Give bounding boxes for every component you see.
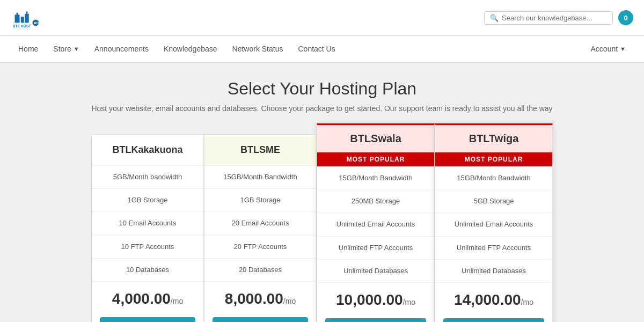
plan-btlswala-title: BTLSwala: [317, 125, 434, 152]
plan-btltwiga-order-button[interactable]: Order Now: [443, 318, 544, 322]
nav-item-knowledgebase[interactable]: Knowledgebase: [156, 36, 225, 62]
plan-btlkakakuona-bandwidth: 5GB/Month bandwidth: [92, 165, 203, 188]
plan-btlkakakuona-price: 4,000.00/mo: [92, 281, 203, 313]
svg-rect-1: [15, 14, 20, 23]
svg-rect-5: [26, 11, 28, 14]
plan-btlsme-bandwidth: 15GB/Month Bandwidth: [204, 165, 316, 188]
svg-rect-3: [21, 17, 24, 23]
plan-btlswala-popular-badge: MOST POPULAR: [317, 152, 434, 166]
plan-btlsme-price: 8,000.00/mo: [204, 281, 316, 313]
nav-item-home[interactable]: Home: [11, 36, 46, 62]
page-title: Select Your Hosting Plan: [11, 79, 633, 99]
plan-btlswala-email: Unlimited Email Accounts: [317, 213, 434, 236]
search-input[interactable]: [502, 14, 607, 22]
plan-btlkakakuona-header: BTLKakakuona: [92, 135, 203, 165]
plan-btlswala-price: 10,000.00/mo: [317, 282, 434, 314]
plan-btlsme: BTLSME 15GB/Month Bandwidth 1GB Storage …: [204, 134, 317, 322]
store-chevron-icon: ▼: [74, 46, 79, 52]
plan-btlswala-order-button[interactable]: Order Now: [325, 318, 426, 322]
nav-item-announcements[interactable]: Announcements: [87, 36, 156, 62]
plan-btlkakakuona-email: 10 Email Accounts: [92, 211, 203, 235]
account-button[interactable]: Account ▼: [583, 36, 633, 62]
nav-right: Account ▼: [583, 36, 633, 62]
plan-btlswala-storage: 250MB Storage: [317, 189, 434, 213]
plan-btlswala: BTLSwala MOST POPULAR 15GB/Month Bandwid…: [317, 123, 435, 322]
account-chevron-icon: ▼: [620, 46, 626, 52]
plan-btltwiga-email: Unlimited Email Accounts: [435, 213, 552, 236]
plan-btlsme-databases: 20 Databases: [204, 258, 316, 281]
hero-section: Select Your Hosting Plan Host your websi…: [0, 63, 644, 123]
plan-btltwiga-header-wrap: BTLTwiga MOST POPULAR: [435, 125, 552, 166]
plan-btlsme-header: BTLSME: [204, 135, 316, 165]
plan-btlswala-databases: Unlimited Databases: [317, 259, 434, 282]
plan-btlsme-ftp: 20 FTP Accounts: [204, 235, 316, 258]
search-box[interactable]: 🔍: [484, 11, 613, 25]
plan-btltwiga-ftp: Unlimited FTP Accounts: [435, 236, 552, 259]
plan-btltwiga-storage: 5GB Storage: [435, 189, 552, 213]
nav-item-store[interactable]: Store ▼: [46, 36, 86, 62]
search-icon: 🔍: [490, 14, 499, 22]
nav-item-contact-us[interactable]: Contact Us: [290, 36, 342, 62]
svg-rect-2: [17, 13, 18, 16]
plan-btlsme-storage: 1GB Storage: [204, 188, 316, 211]
plan-btltwiga-popular-badge: MOST POPULAR: [435, 152, 552, 166]
plan-btltwiga-databases: Unlimited Databases: [435, 259, 552, 282]
plans-container: BTLKakakuona 5GB/Month bandwidth 1GB Sto…: [0, 123, 644, 322]
plan-btltwiga-price: 14,000.00/mo: [435, 282, 552, 314]
svg-rect-4: [25, 14, 29, 23]
plan-btlkakakuona-storage: 1GB Storage: [92, 188, 203, 211]
plan-btlswala-bandwidth: 15GB/Month Bandwidth: [317, 166, 434, 189]
plan-btlkakakuona-order-button[interactable]: Order Now: [100, 317, 195, 322]
navbar: Home Store ▼ Announcements Knowledgebase…: [0, 36, 644, 63]
plan-btltwiga-bandwidth: 15GB/Month Bandwidth: [435, 166, 552, 189]
search-area: 🔍 0: [484, 10, 633, 25]
hero-subtitle: Host your website, email accounts and da…: [11, 104, 633, 113]
plan-btlswala-ftp: Unlimited FTP Accounts: [317, 236, 434, 259]
svg-text:BTL: BTL: [34, 21, 40, 25]
plan-btlsme-email: 20 Email Accounts: [204, 211, 316, 235]
plan-btlkakakuona: BTLKakakuona 5GB/Month bandwidth 1GB Sto…: [91, 134, 204, 322]
plan-btltwiga-title: BTLTwiga: [435, 125, 552, 152]
plan-btlkakakuona-ftp: 10 FTP Accounts: [92, 235, 203, 258]
logo-area: BTL HOST BTL: [11, 4, 43, 31]
plan-btlkakakuona-databases: 10 Databases: [92, 258, 203, 281]
svg-text:BTL HOST: BTL HOST: [13, 24, 32, 28]
plan-btltwiga: BTLTwiga MOST POPULAR 15GB/Month Bandwid…: [435, 123, 553, 322]
nav-item-network-status[interactable]: Network Status: [225, 36, 291, 62]
logo-icon: BTL HOST BTL: [11, 4, 43, 31]
nav-left: Home Store ▼ Announcements Knowledgebase…: [11, 36, 343, 62]
header-top: BTL HOST BTL 🔍 0: [0, 0, 644, 36]
plan-btlswala-header-wrap: BTLSwala MOST POPULAR: [317, 125, 434, 166]
plan-btlsme-order-button[interactable]: Order Now: [213, 317, 308, 322]
cart-badge[interactable]: 0: [618, 10, 633, 25]
